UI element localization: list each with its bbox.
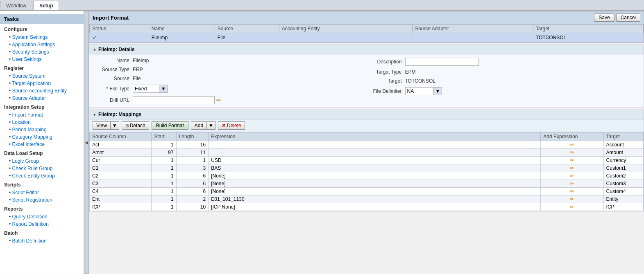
map-target: Custom3 [603, 180, 643, 188]
sidebar-item-system-settings[interactable]: System Settings [0, 34, 84, 41]
table-row[interactable]: Cur 1 1 USD ✏ Currency [90, 157, 644, 164]
file-type-dropdown-arrow[interactable]: ▼ [159, 85, 168, 93]
map-source-col: C4 [90, 188, 152, 195]
map-source-col: Ent [90, 195, 152, 203]
sidebar-item-query-definition[interactable]: Query Definition [0, 213, 84, 220]
sidebar-item-source-system[interactable]: Source System [0, 72, 84, 80]
mappings-table-container: Source Column Start Length Expression Ad… [89, 132, 644, 211]
sidebar-item-user-settings[interactable]: User Settings [0, 56, 84, 63]
drill-url-edit-icon[interactable]: ✏ [216, 97, 221, 103]
col-source-adapter: Source Adapter [413, 25, 533, 33]
sidebar-item-application-settings[interactable]: Application Settings [0, 41, 84, 48]
sidebar-collapse-button[interactable]: ◀ [84, 11, 89, 274]
table-row[interactable]: Amnt 97 11 ✏ Amount [90, 149, 644, 157]
map-edit-icon[interactable]: ✏ [541, 172, 603, 180]
map-col-length: Length [176, 133, 208, 141]
save-button[interactable]: Save [594, 13, 614, 22]
map-col-add-expr: Add Expression [541, 133, 603, 141]
map-col-source: Source Column [90, 133, 152, 141]
sidebar-item-source-adapter[interactable]: Source Adapter [0, 94, 84, 102]
sidebar-item-check-entity-group[interactable]: Check Entity Group [0, 172, 84, 180]
table-row[interactable]: ICP 1 10 [ICP None] ✏ ICP [90, 203, 644, 211]
sidebar-item-logic-group[interactable]: Logic Group [0, 157, 84, 165]
map-edit-icon[interactable]: ✏ [541, 149, 603, 157]
map-edit-icon[interactable]: ✏ [541, 164, 603, 172]
delete-x-icon: ✕ [222, 123, 226, 128]
table-row[interactable]: Ent 1 2 E01_101_1130 ✏ Entity [90, 195, 644, 203]
sidebar-item-report-definition[interactable]: Report Definition [0, 220, 84, 228]
map-col-target: Target [603, 133, 643, 141]
name-cell: FileImp [149, 33, 215, 43]
map-edit-icon[interactable]: ✏ [541, 157, 603, 164]
map-col-expression: Expression [209, 133, 541, 141]
add-button[interactable]: Add [191, 122, 206, 129]
description-input[interactable] [405, 58, 479, 66]
cancel-button[interactable]: Cancel [616, 13, 640, 22]
details-collapse-arrow: ▼ [93, 47, 97, 52]
sidebar-item-import-format[interactable]: Import Format [0, 111, 84, 119]
delete-button[interactable]: ✕ Delete [218, 121, 245, 130]
add-dropdown-arrow[interactable]: ▼ [206, 122, 215, 129]
tasks-header: Tasks [0, 14, 84, 24]
map-start: 1 [152, 188, 177, 195]
detach-icon: ⊞ [125, 124, 129, 128]
drill-url-input[interactable] [133, 96, 215, 104]
map-start: 97 [152, 149, 177, 157]
map-edit-icon[interactable]: ✏ [541, 141, 603, 149]
sidebar-item-period-mapping[interactable]: Period Mapping [0, 126, 84, 133]
table-row[interactable]: Act 1 16 ✏ Account [90, 141, 644, 149]
details-header[interactable]: ▼ FileImp: Details [89, 45, 644, 54]
map-edit-icon[interactable]: ✏ [541, 195, 603, 203]
main-content: Import Format Save Cancel Status Name So… [89, 11, 644, 274]
map-edit-icon[interactable]: ✏ [541, 203, 603, 211]
status-cell: ✓ [90, 33, 149, 43]
sidebar-section-register: Register [0, 63, 84, 72]
sidebar-item-target-application[interactable]: Target Application [0, 80, 84, 87]
details-right-col: Description Target Type EPM Target TOTCO… [367, 57, 639, 105]
sidebar-item-excel-interface[interactable]: Excel Interface [0, 141, 84, 148]
sidebar-item-batch-definition[interactable]: Batch Definition [0, 237, 84, 245]
import-table-row[interactable]: ✓ FileImp File TOTCONSOL [90, 33, 644, 43]
source-cell: File [215, 33, 279, 43]
sidebar-item-category-mapping[interactable]: Category Mapping [0, 133, 84, 141]
view-dropdown-arrow[interactable]: ▼ [110, 122, 119, 129]
name-label: Name [94, 58, 131, 63]
map-length: 6 [176, 188, 208, 195]
sidebar-item-source-accounting-entity[interactable]: Source Accounting Entity [0, 87, 84, 94]
view-button[interactable]: View [93, 122, 110, 129]
detach-button[interactable]: ⊞ Detach [122, 121, 149, 130]
map-col-start: Start [152, 133, 177, 141]
mappings-panel: ▼ FileImp: Mappings View ▼ ⊞ Detach Buil… [89, 110, 644, 211]
file-delimiter-dropdown-arrow[interactable]: ▼ [434, 87, 442, 95]
map-length: 11 [176, 149, 208, 157]
tab-workflow[interactable]: Workflow [0, 1, 32, 10]
map-target: Amount [603, 149, 643, 157]
build-format-button[interactable]: Build Format [152, 121, 188, 130]
mappings-collapse-arrow: ▼ [93, 112, 97, 117]
map-target: Entity [603, 195, 643, 203]
sidebar-item-script-editor[interactable]: Script Editor [0, 189, 84, 196]
sidebar-item-security-settings[interactable]: Security Settings [0, 48, 84, 56]
target-row: Target TOTCONSOL [367, 77, 639, 85]
map-edit-icon[interactable]: ✏ [541, 188, 603, 195]
map-source-col: Cur [90, 157, 152, 164]
table-row[interactable]: C3 1 6 [None] ✏ Custom3 [90, 180, 644, 188]
map-expression: E01_101_1130 [209, 195, 541, 203]
sidebar-item-check-rule-group[interactable]: Check Rule Group [0, 165, 84, 172]
name-row: Name FileImp [94, 57, 367, 64]
map-edit-icon[interactable]: ✏ [541, 180, 603, 188]
tab-setup[interactable]: Setup [33, 1, 59, 10]
table-row[interactable]: C4 1 6 [None] ✏ Custom4 [90, 188, 644, 195]
table-row[interactable]: C1 1 3 BAS ✏ Custom1 [90, 164, 644, 172]
table-row[interactable]: C2 1 6 [None] ✏ Custom2 [90, 172, 644, 180]
map-start: 1 [152, 157, 177, 164]
sidebar-item-location[interactable]: Location [0, 119, 84, 126]
col-name: Name [149, 25, 215, 33]
file-type-row: * File Type Fixed ▼ [94, 84, 367, 94]
mappings-header[interactable]: ▼ FileImp: Mappings [89, 110, 644, 119]
map-length: 3 [176, 164, 208, 172]
import-format-panel: Import Format Save Cancel Status Name So… [89, 11, 644, 43]
map-length: 2 [176, 195, 208, 203]
sidebar-item-script-registration[interactable]: Script Registration [0, 196, 84, 204]
source-type-label: Source Type [94, 67, 131, 72]
